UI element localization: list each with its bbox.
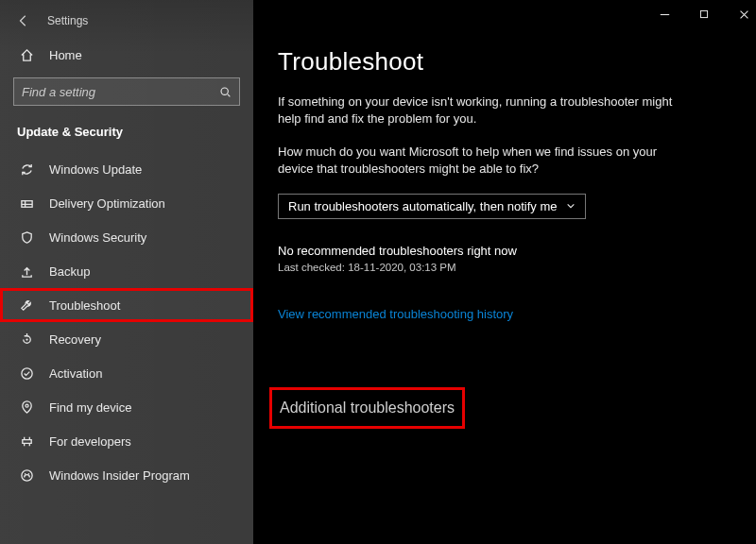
home-label: Home	[49, 48, 82, 62]
sidebar-item-label: Backup	[49, 264, 90, 279]
home-icon	[19, 47, 34, 62]
close-button[interactable]	[737, 8, 750, 21]
svg-point-6	[24, 472, 26, 474]
sidebar-item-delivery-optimization[interactable]: Delivery Optimization	[0, 186, 253, 220]
view-history-link[interactable]: View recommended troubleshooting history	[278, 307, 513, 321]
titlebar-left: Settings	[0, 11, 253, 34]
intro-text: If something on your device isn't workin…	[278, 94, 675, 127]
main-content: Troubleshoot If something on your device…	[253, 0, 756, 544]
developer-icon	[19, 434, 34, 449]
backup-icon	[19, 264, 34, 279]
sidebar-item-for-developers[interactable]: For developers	[0, 424, 253, 458]
sidebar-item-find-my-device[interactable]: Find my device	[0, 390, 253, 424]
back-button[interactable]	[17, 14, 30, 27]
svg-point-2	[26, 338, 27, 340]
svg-point-0	[221, 88, 228, 94]
delivery-icon	[19, 196, 34, 211]
sidebar-nav: Windows UpdateDelivery OptimizationWindo…	[0, 152, 253, 492]
sidebar-item-windows-insider-program[interactable]: Windows Insider Program	[0, 458, 253, 492]
sidebar-item-activation[interactable]: Activation	[0, 356, 253, 390]
sidebar-item-recovery[interactable]: Recovery	[0, 322, 253, 356]
status-text: No recommended troubleshooters right now	[278, 244, 731, 258]
sidebar-item-label: Windows Update	[49, 162, 142, 177]
insider-icon	[19, 468, 34, 483]
window-controls	[658, 8, 750, 21]
svg-point-4	[26, 404, 28, 407]
maximize-button[interactable]	[697, 8, 711, 21]
sidebar-section-title: Update & Security	[0, 119, 253, 152]
minimize-button[interactable]	[658, 8, 671, 21]
search-box[interactable]	[13, 77, 240, 106]
sidebar-item-windows-update[interactable]: Windows Update	[0, 152, 253, 186]
sidebar-item-label: Windows Insider Program	[49, 468, 190, 483]
page-title: Troubleshoot	[278, 47, 731, 76]
additional-troubleshooters-header[interactable]: Additional troubleshooters	[278, 396, 456, 420]
sidebar-item-label: Delivery Optimization	[49, 196, 165, 211]
check-circle-icon	[19, 366, 34, 381]
last-checked-text: Last checked: 18-11-2020, 03:13 PM	[278, 262, 731, 273]
sidebar-item-windows-security[interactable]: Windows Security	[0, 220, 253, 254]
sidebar-item-troubleshoot[interactable]: Troubleshoot	[0, 288, 253, 322]
sidebar-item-label: Troubleshoot	[49, 298, 120, 313]
sidebar-item-label: Find my device	[49, 400, 131, 415]
search-input[interactable]	[22, 85, 218, 99]
troubleshoot-level-dropdown[interactable]: Run troubleshooters automatically, then …	[278, 194, 586, 219]
svg-point-5	[21, 469, 31, 480]
chevron-down-icon	[566, 201, 576, 212]
app-title: Settings	[47, 14, 88, 27]
sidebar-item-label: Activation	[49, 366, 102, 381]
location-icon	[19, 400, 34, 415]
sidebar-item-label: Windows Security	[49, 230, 146, 245]
prompt-text: How much do you want Microsoft to help w…	[278, 144, 675, 177]
svg-point-3	[21, 367, 31, 378]
recovery-icon	[19, 332, 34, 347]
sidebar-item-label: Recovery	[49, 332, 101, 347]
sidebar-item-label: For developers	[49, 434, 131, 449]
shield-icon	[19, 230, 34, 245]
search-icon	[218, 85, 232, 98]
svg-rect-8	[700, 10, 707, 17]
wrench-icon	[19, 298, 34, 313]
sync-icon	[19, 162, 34, 177]
dropdown-value: Run troubleshooters automatically, then …	[288, 199, 557, 213]
sidebar-item-backup[interactable]: Backup	[0, 254, 253, 288]
sidebar: Settings Home Update & Security Windows …	[0, 0, 253, 544]
home-button[interactable]: Home	[0, 34, 253, 74]
svg-point-7	[27, 472, 29, 474]
